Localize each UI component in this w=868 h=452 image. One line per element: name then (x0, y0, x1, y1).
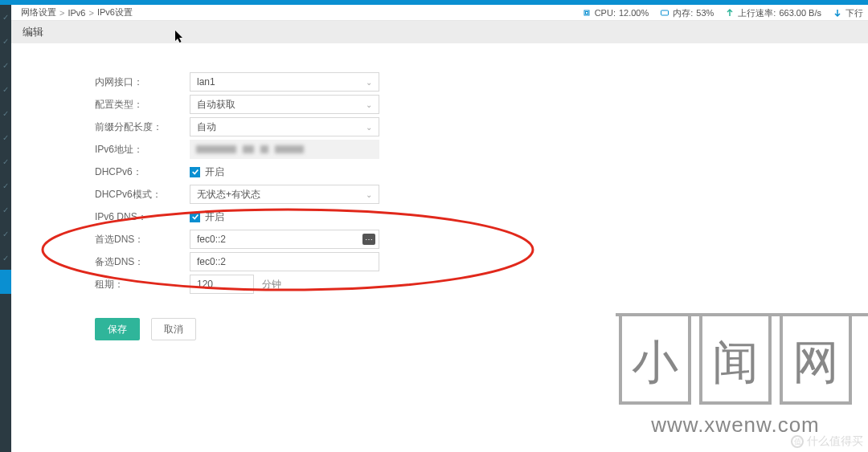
sidebar-item[interactable]: ✓ (0, 77, 11, 101)
dhcpv6-enabled-text: 开启 (205, 165, 224, 179)
ipv6-dns-checkbox[interactable] (190, 212, 200, 222)
svg-rect-2 (661, 10, 669, 15)
ipv6-address-label: IPv6地址 (95, 143, 190, 157)
status-bar: CPU: 12.00% 内存: 53% 上行速率: 663.00 B/s 下行 (582, 5, 868, 21)
breadcrumb-sep: > (59, 8, 64, 18)
chevron-down-icon: ⌄ (366, 190, 372, 199)
sidebar-item[interactable]: ✓ (0, 197, 11, 222)
page-title-text: 编辑 (23, 25, 43, 39)
breadcrumb-level2[interactable]: IPv6 (68, 8, 85, 18)
dns-more-icon[interactable]: ⋯ (362, 234, 375, 245)
config-type-label: 配置类型 (95, 98, 190, 112)
ipv6-dns-enabled-text: 开启 (205, 210, 224, 224)
check-icon (191, 168, 199, 176)
watermark-char-2: 闻 (712, 332, 759, 394)
ipv6-address-display (190, 140, 379, 159)
chevron-down-icon: ⌄ (366, 100, 372, 109)
svg-rect-1 (585, 12, 588, 14)
uplink-label: 上行速率: (738, 7, 776, 19)
sidebar-item[interactable]: ✓ (0, 125, 11, 149)
config-type-value: 自动获取 (197, 98, 235, 112)
lan-interface-select[interactable]: lan1 ⌄ (190, 72, 379, 92)
dhcpv6-mode-value: 无状态+有状态 (197, 188, 260, 202)
check-icon (191, 213, 199, 221)
backup-dns-input[interactable] (190, 252, 379, 271)
prefix-length-label: 前缀分配长度 (95, 120, 190, 134)
primary-dns-field[interactable] (197, 234, 362, 245)
downlink-label: 下行 (845, 7, 863, 19)
save-button[interactable]: 保存 (95, 318, 140, 340)
sidebar-item[interactable]: ✓ (0, 53, 11, 77)
watermark-char-1: 小 (632, 332, 678, 394)
memory-icon (660, 8, 669, 18)
page-title: 编辑 (11, 21, 868, 43)
arrow-down-icon (833, 8, 842, 18)
smzdm-icon: 值 (791, 435, 804, 448)
lease-unit: 分钟 (262, 278, 281, 291)
ipv6-dns-label: IPv6 DNS (95, 210, 190, 224)
breadcrumb-level3[interactable]: IPv6设置 (97, 6, 133, 18)
svg-rect-0 (584, 10, 589, 15)
prefix-length-value: 自动 (197, 120, 216, 134)
sidebar: ✓ ✓ ✓ ✓ ✓ ✓ ✓ ✓ ✓ ✓ ✓ (0, 5, 11, 452)
sidebar-item[interactable]: ✓ (0, 29, 11, 53)
dhcpv6-checkbox[interactable] (190, 167, 200, 177)
cpu-stat: CPU: 12.00% (582, 8, 649, 18)
corner-watermark-text: 什么值得买 (807, 434, 863, 449)
watermark-char-3: 网 (792, 332, 839, 394)
sidebar-item[interactable]: ✓ (0, 246, 11, 270)
primary-dns-input[interactable]: ⋯ (190, 230, 379, 249)
breadcrumb-sep: > (88, 8, 93, 18)
memory-stat: 内存: 53% (660, 7, 714, 19)
cpu-label: CPU: (595, 8, 616, 18)
memory-label: 内存: (673, 7, 693, 19)
chevron-down-icon: ⌄ (366, 78, 372, 87)
breadcrumb-level1[interactable]: 网络设置 (21, 6, 56, 18)
memory-value: 53% (696, 8, 714, 18)
sidebar-item[interactable]: ✓ (0, 222, 11, 246)
chevron-down-icon: ⌄ (366, 123, 372, 132)
config-type-select[interactable]: 自动获取 ⌄ (190, 95, 379, 114)
primary-dns-label: 首选DNS (95, 233, 190, 246)
ipv6-settings-form: 内网接口 lan1 ⌄ 配置类型 自动获取 ⌄ 前缀分配长度 自动 ⌄ IPv6… (95, 71, 545, 340)
cpu-value: 12.00% (619, 8, 649, 18)
lease-label: 租期 (95, 278, 190, 291)
dhcpv6-mode-select[interactable]: 无状态+有状态 ⌄ (190, 185, 379, 204)
dhcpv6-label: DHCPv6 (95, 165, 190, 179)
arrow-up-icon (725, 8, 735, 18)
backup-dns-field[interactable] (197, 256, 375, 267)
cancel-button[interactable]: 取消 (151, 318, 196, 340)
uplink-value: 663.00 B/s (779, 8, 821, 18)
backup-dns-label: 备选DNS (95, 255, 190, 269)
lan-interface-label: 内网接口 (95, 75, 190, 89)
watermark: 小 闻 网 www.xwenw.com (619, 324, 852, 438)
cpu-icon (582, 8, 592, 18)
lan-interface-value: lan1 (197, 76, 215, 88)
prefix-length-select[interactable]: 自动 ⌄ (190, 117, 379, 136)
downlink-stat: 下行 (833, 7, 863, 19)
lease-input[interactable] (190, 275, 254, 294)
sidebar-item[interactable]: ✓ (0, 149, 11, 173)
uplink-stat: 上行速率: 663.00 B/s (725, 7, 821, 19)
dhcpv6-mode-label: DHCPv6模式 (95, 188, 190, 202)
sidebar-item-active[interactable] (0, 270, 11, 294)
sidebar-item[interactable]: ✓ (0, 101, 11, 125)
obscured-address (196, 145, 304, 153)
sidebar-item[interactable]: ✓ (0, 5, 11, 29)
corner-watermark: 值 什么值得买 (791, 434, 863, 449)
sidebar-item[interactable]: ✓ (0, 173, 11, 197)
